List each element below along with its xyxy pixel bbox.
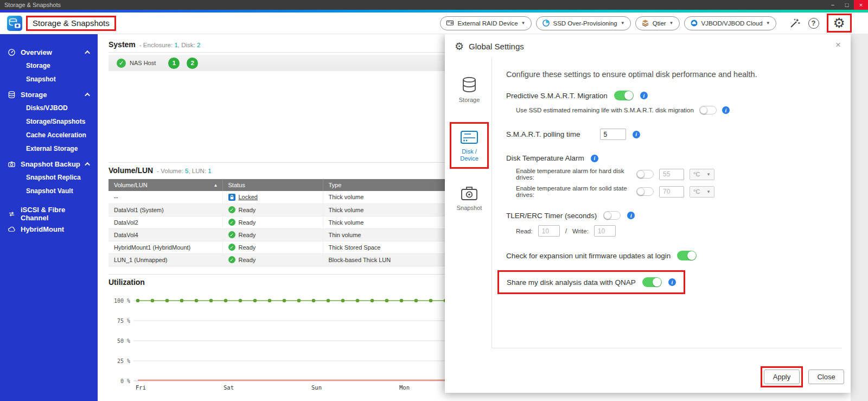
share-data-toggle[interactable] (642, 277, 662, 287)
sidebar-group-snapshot-backup[interactable]: Snapshot Backup (0, 157, 98, 171)
volume-subtitle: - Volume: 5, LUN: 1 (157, 167, 211, 175)
storage-icon (8, 91, 16, 99)
sidebar-group-overview[interactable]: Overview (0, 45, 98, 59)
hdd-temp-alarm-label: Enable temperature alarm for hard disk d… (516, 168, 631, 181)
external-raid-device-dropdown[interactable]: External RAID Device ▼ (440, 16, 531, 30)
tab-disk-device[interactable]: Disk / Device (454, 129, 484, 162)
panel-title: Global Settings (469, 42, 524, 51)
disk-badge[interactable]: 1 (168, 58, 180, 69)
apply-button[interactable]: Apply (764, 370, 800, 384)
column-header-status[interactable]: Status (222, 179, 323, 191)
vjbod-cloud-label: VJBOD/VJBOD Cloud (701, 20, 763, 27)
chevron-down-icon: ▼ (706, 189, 711, 194)
annotation-share-box: Share my disk analysis data with QNAP i (497, 270, 685, 294)
sidebar-item-storage-snapshots[interactable]: Storage/Snapshots (0, 115, 98, 129)
lock-icon (228, 194, 235, 201)
sidebar-group-iscsi[interactable]: iSCSI & Fibre Channel (0, 207, 98, 221)
storage-tab-icon (459, 75, 479, 94)
close-window-button[interactable]: × (854, 0, 868, 10)
ssd-temp-unit-select[interactable]: °C▼ (690, 186, 714, 198)
firmware-update-toggle[interactable] (677, 251, 697, 260)
nas-host-label: NAS Host (130, 60, 156, 66)
right-gutter (851, 34, 868, 401)
overview-icon (8, 48, 16, 56)
column-header-volume[interactable]: Volume/LUN▲ (108, 179, 222, 191)
hdd-temp-input[interactable] (659, 169, 684, 180)
minimize-button[interactable]: − (826, 0, 840, 10)
vjbod-cloud-dropdown[interactable]: VJBOD/VJBOD Cloud ▼ (684, 16, 776, 30)
window-title: Storage & Snapshots (4, 2, 61, 8)
ready-icon: ✓ (228, 231, 235, 238)
snapshot-tab-icon (459, 185, 479, 202)
info-icon[interactable]: i (640, 92, 648, 99)
volume-name-cell: DataVol1 (System) (108, 203, 222, 216)
sidebar-item-snapshot-replica[interactable]: Snapshot Replica (0, 171, 98, 184)
tler-write-input[interactable] (594, 225, 616, 237)
sidebar-item-disks-vjbod[interactable]: Disks/VJBOD (0, 101, 98, 115)
svg-text:75 %: 75 % (117, 317, 130, 323)
tab-label: Storage (459, 97, 480, 104)
hybridmount-icon (8, 225, 16, 233)
volume-name-cell: DataVol2 (108, 216, 222, 228)
smart-polling-input[interactable] (600, 129, 626, 140)
close-button[interactable]: Close (808, 370, 844, 384)
help-icon[interactable]: ? (808, 18, 819, 29)
sidebar-group-storage[interactable]: Storage (0, 87, 98, 101)
svg-text:0 %: 0 % (120, 378, 130, 384)
close-icon[interactable]: × (832, 40, 844, 52)
info-icon[interactable]: i (722, 106, 730, 114)
sidebar-item-external-storage[interactable]: External Storage (0, 142, 98, 156)
separator: / (565, 227, 567, 235)
tab-storage[interactable]: Storage (459, 75, 480, 104)
hdd-temp-alarm-toggle[interactable] (636, 170, 654, 179)
sidebar-item-snapshot-overview[interactable]: Snapshot (0, 73, 98, 86)
sidebar-group-hybridmount[interactable]: HybridMount (0, 222, 98, 236)
info-icon[interactable]: i (627, 212, 635, 219)
chevron-up-icon (85, 92, 90, 98)
ssd-temp-alarm-toggle[interactable] (636, 187, 654, 196)
tler-timer-toggle[interactable] (603, 211, 621, 220)
settings-content: Configure these settings to ensure optim… (492, 58, 842, 348)
chevron-up-icon (85, 162, 90, 167)
qtier-icon (641, 19, 649, 27)
sidebar-group-label: iSCSI & Fibre Channel (21, 206, 90, 222)
ssd-over-provisioning-dropdown[interactable]: SSD Over-Provisioning ▼ (536, 16, 631, 30)
external-raid-device-label: External RAID Device (457, 20, 518, 27)
volume-name-cell: HybridMount1 (HybridMount) (108, 241, 222, 253)
sort-asc-icon: ▲ (214, 183, 218, 188)
locked-status-link[interactable]: Locked (239, 194, 258, 200)
info-icon[interactable]: i (668, 278, 676, 286)
sidebar-item-storage-overview[interactable]: Storage (0, 59, 98, 73)
settings-gear-icon: ⚙ (455, 41, 464, 52)
annotation-disk-device-box: Disk / Device (450, 122, 489, 169)
sidebar-item-snapshot-vault[interactable]: Snapshot Vault (0, 184, 98, 198)
recover-icon[interactable] (789, 17, 801, 29)
disk-badge[interactable]: 2 (187, 58, 198, 69)
sidebar-item-cache-acceleration[interactable]: Cache Acceleration (0, 129, 98, 142)
info-icon[interactable]: i (633, 131, 640, 138)
external-raid-device-icon (446, 19, 454, 27)
qtier-dropdown[interactable]: Qtier ▼ (635, 16, 680, 30)
predictive-smart-label: Predictive S.M.A.R.T. Migration (506, 92, 608, 100)
status-cell: Locked (222, 191, 323, 203)
predictive-smart-toggle[interactable] (614, 91, 634, 100)
help-label: ? (812, 19, 816, 27)
global-settings-panel: ⚙ Global Settings × Storage (445, 34, 851, 393)
info-icon[interactable]: i (591, 155, 598, 162)
hdd-temp-unit-select[interactable]: °C▼ (690, 169, 714, 180)
ready-icon: ✓ (228, 219, 235, 226)
tler-read-input[interactable] (538, 225, 560, 237)
settings-tabs: Storage Disk / Device (447, 75, 492, 212)
ssd-life-toggle[interactable] (699, 106, 717, 114)
maximize-button[interactable]: □ (840, 0, 854, 10)
disk-device-tab-icon (459, 129, 480, 146)
ssd-temp-input[interactable] (659, 186, 684, 198)
tab-snapshot[interactable]: Snapshot (457, 185, 482, 212)
system-subtitle: - Enclosure: 1, Disk: 2 (139, 41, 201, 49)
chevron-down-icon: ▼ (521, 21, 526, 26)
status-cell: ✓Ready (222, 203, 323, 216)
annotation-gear-box: ⚙ (827, 14, 852, 33)
window-titlebar: Storage & Snapshots − □ × (0, 0, 868, 10)
healthy-check-icon: ✓ (117, 59, 126, 68)
gear-icon[interactable]: ⚙ (833, 16, 845, 30)
